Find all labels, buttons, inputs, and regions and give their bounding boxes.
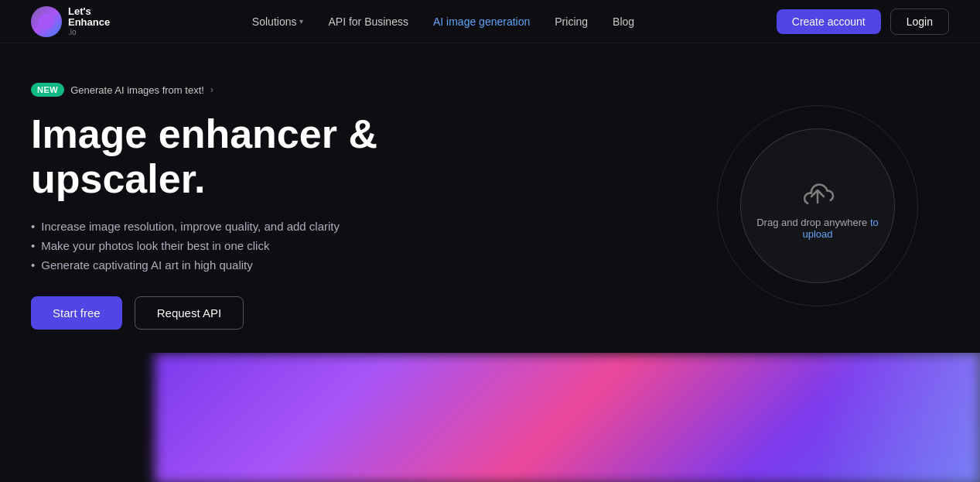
nav-pricing[interactable]: Pricing [555,15,588,28]
upload-cloud-icon [799,172,836,209]
chevron-right-icon: › [210,84,213,95]
new-tag: NEW [31,83,64,97]
bottom-right-bg [818,353,980,482]
navbar: Let's Enhance .io Solutions ▾ API for Bu… [0,0,980,43]
new-badge-text: Generate AI images from text! [70,84,204,96]
page-title: Image enhancer & upscaler. [31,112,433,200]
new-badge[interactable]: NEW Generate AI images from text! › [31,83,213,97]
start-free-button[interactable]: Start free [31,296,122,330]
upload-circle-outer: Drag and drop anywhere to upload [717,105,918,306]
upload-text: Drag and drop anywhere to upload [741,217,894,240]
feature-item: Make your photos look their best in one … [31,239,433,252]
hero-left: NEW Generate AI images from text! › Imag… [31,82,433,329]
logo[interactable]: Let's Enhance .io [31,6,110,37]
svg-point-0 [39,14,54,29]
nav-actions: Create account Login [777,9,949,35]
request-api-button[interactable]: Request API [135,296,244,330]
bottom-left-bg [0,353,162,482]
nav-api-business[interactable]: API for Business [328,15,408,28]
chevron-down-icon: ▾ [299,17,303,26]
nav-ai-generation[interactable]: AI image generation [433,15,530,28]
hero-features-list: Increase image resolution, improve quali… [31,220,433,272]
feature-item: Generate captivating AI art in high qual… [31,258,433,272]
create-account-button[interactable]: Create account [777,9,881,34]
upload-area[interactable]: Drag and drop anywhere to upload [717,105,918,306]
logo-text: Let's Enhance .io [68,6,110,37]
hero-section: NEW Generate AI images from text! › Imag… [0,43,980,353]
login-button[interactable]: Login [890,9,949,35]
feature-item: Increase image resolution, improve quali… [31,220,433,233]
nav-blog[interactable]: Blog [613,15,634,28]
upload-circle-inner: Drag and drop anywhere to upload [740,128,895,283]
nav-center: Solutions ▾ API for Business AI image ge… [252,15,634,28]
logo-icon [31,6,62,37]
bottom-preview-section [0,353,980,482]
hero-buttons: Start free Request API [31,296,433,330]
nav-solutions[interactable]: Solutions ▾ [252,15,304,28]
